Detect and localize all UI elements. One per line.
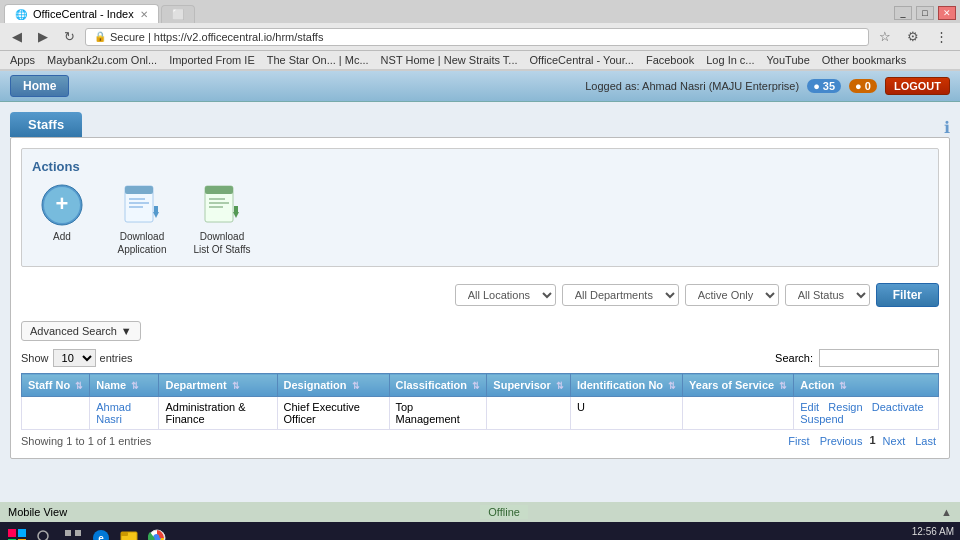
all-status-filter[interactable]: All Status [785, 284, 870, 306]
col-designation[interactable]: Designation ⇅ [277, 374, 389, 397]
sort-action: ⇅ [839, 381, 847, 391]
filter-button[interactable]: Filter [876, 283, 939, 307]
task-view-icon[interactable] [62, 527, 84, 540]
chrome-taskbar-icon[interactable] [146, 527, 168, 540]
download-app-action[interactable]: Download Application [112, 182, 172, 256]
col-department[interactable]: Department ⇅ [159, 374, 277, 397]
svg-rect-9 [154, 206, 158, 214]
points-badge: ● 35 [807, 79, 841, 93]
advanced-search-toggle[interactable]: Advanced Search ▼ [21, 321, 141, 341]
download-staffs-icon [200, 182, 245, 227]
logout-button[interactable]: LOGOUT [885, 77, 950, 95]
cell-actions: Edit Resign Deactivate Suspend [794, 397, 939, 430]
actions-section: Actions + Add [21, 148, 939, 267]
cell-supervisor [487, 397, 571, 430]
search-label: Search: [775, 352, 813, 364]
tab-bar: 🌐 OfficeCentral - Index ✕ ⬜ _ □ ✕ [0, 0, 960, 23]
thestar-bookmark[interactable]: The Star On... | Mc... [263, 53, 373, 67]
forward-button[interactable]: ▶ [32, 26, 54, 47]
col-classification[interactable]: Classification ⇅ [389, 374, 487, 397]
col-name[interactable]: Name ⇅ [90, 374, 159, 397]
tab-close-button[interactable]: ✕ [140, 9, 148, 20]
tab-inactive[interactable]: ⬜ [161, 5, 195, 23]
show-entries: Show 10 entries [21, 349, 133, 367]
taskbar-right: 12:56 AM 27/7/2017 [910, 525, 955, 540]
explorer-taskbar-icon[interactable] [118, 527, 140, 540]
imported-bookmark[interactable]: Imported From IE [165, 53, 259, 67]
col-supervisor[interactable]: Supervisor ⇅ [487, 374, 571, 397]
table-controls: Show 10 entries Search: [21, 349, 939, 367]
window-close[interactable]: ✕ [938, 6, 956, 20]
edge-taskbar-icon[interactable]: e [90, 527, 112, 540]
col-staff-no[interactable]: Staff No ⇅ [22, 374, 90, 397]
entries-label: entries [100, 352, 133, 364]
browser-chrome: 🌐 OfficeCentral - Index ✕ ⬜ _ □ ✕ ◀ ▶ ↻ … [0, 0, 960, 71]
col-id-no[interactable]: Identification No ⇅ [570, 374, 682, 397]
sort-department: ⇅ [232, 381, 240, 391]
youtube-bookmark[interactable]: YouTube [763, 53, 814, 67]
svg-rect-6 [129, 202, 149, 204]
content-panel: Actions + Add [10, 137, 950, 459]
departments-filter[interactable]: All Departments [562, 284, 679, 306]
entries-select[interactable]: 10 [53, 349, 96, 367]
prev-page[interactable]: Previous [817, 434, 866, 448]
suspend-link[interactable]: Suspend [800, 413, 843, 425]
add-action[interactable]: + Add [32, 182, 92, 256]
help-icon[interactable]: ℹ [944, 118, 950, 137]
mobile-view-label: Mobile View [8, 506, 67, 518]
resign-link[interactable]: Resign [828, 401, 862, 413]
tab-new-label: ⬜ [172, 9, 184, 20]
login-bookmark[interactable]: Log In c... [702, 53, 758, 67]
next-page[interactable]: Next [880, 434, 909, 448]
col-years[interactable]: Years of Service ⇅ [683, 374, 794, 397]
tab-label: OfficeCentral - Index [33, 8, 134, 20]
tab-active[interactable]: 🌐 OfficeCentral - Index ✕ [4, 4, 159, 23]
address-bar[interactable]: 🔒 Secure | https://v2.officecentral.io/h… [85, 28, 869, 46]
search-taskbar-icon[interactable] [34, 527, 56, 540]
bookmark-star[interactable]: ☆ [873, 26, 897, 47]
svg-rect-13 [209, 202, 229, 204]
search-input[interactable] [819, 349, 939, 367]
facebook-bookmark[interactable]: Facebook [642, 53, 698, 67]
collapse-button[interactable]: ▲ [941, 506, 952, 518]
cell-id-no: U [570, 397, 682, 430]
sort-years: ⇅ [779, 381, 787, 391]
first-page[interactable]: First [785, 434, 812, 448]
last-page[interactable]: Last [912, 434, 939, 448]
download-staffs-label: Download List Of Staffs [192, 230, 252, 256]
officecentral-bookmark[interactable]: OfficeCentral - Your... [526, 53, 638, 67]
status-filter[interactable]: Active Only [685, 284, 779, 306]
extensions-button[interactable]: ⚙ [901, 26, 925, 47]
edit-link[interactable]: Edit [800, 401, 819, 413]
maybank-bookmark[interactable]: Maybank2u.com Onl... [43, 53, 161, 67]
svg-rect-30 [121, 532, 128, 536]
download-staffs-action[interactable]: Download List Of Staffs [192, 182, 252, 256]
col-action[interactable]: Action ⇅ [794, 374, 939, 397]
staff-name-link[interactable]: Ahmad Nasri [96, 401, 131, 425]
showing-text: Showing 1 to 1 of 1 entries [21, 435, 151, 447]
notification-badge: ● 0 [849, 79, 877, 93]
staffs-tab[interactable]: Staffs [10, 112, 82, 137]
staff-table: Staff No ⇅ Name ⇅ Department ⇅ Designati… [21, 373, 939, 430]
back-button[interactable]: ◀ [6, 26, 28, 47]
window-minimize[interactable]: _ [894, 6, 912, 20]
offline-status: Offline [480, 505, 528, 519]
download-app-icon [120, 182, 165, 227]
deactivate-link[interactable]: Deactivate [872, 401, 924, 413]
start-button[interactable] [6, 527, 28, 540]
window-restore[interactable]: □ [916, 6, 934, 20]
menu-button[interactable]: ⋮ [929, 26, 954, 47]
secure-icon: 🔒 [94, 31, 106, 42]
home-button[interactable]: Home [10, 75, 69, 97]
filter-bar: All Locations All Departments Active Onl… [21, 277, 939, 313]
locations-filter[interactable]: All Locations [455, 284, 556, 306]
reload-button[interactable]: ↻ [58, 26, 81, 47]
nav-bar: ◀ ▶ ↻ 🔒 Secure | https://v2.officecentra… [0, 23, 960, 51]
cell-years [683, 397, 794, 430]
svg-rect-16 [234, 206, 238, 214]
svg-rect-5 [129, 198, 145, 200]
actions-title: Actions [32, 159, 928, 174]
nst-bookmark[interactable]: NST Home | New Straits T... [377, 53, 522, 67]
other-bookmarks[interactable]: Other bookmarks [818, 53, 910, 67]
apps-bookmark[interactable]: Apps [6, 53, 39, 67]
